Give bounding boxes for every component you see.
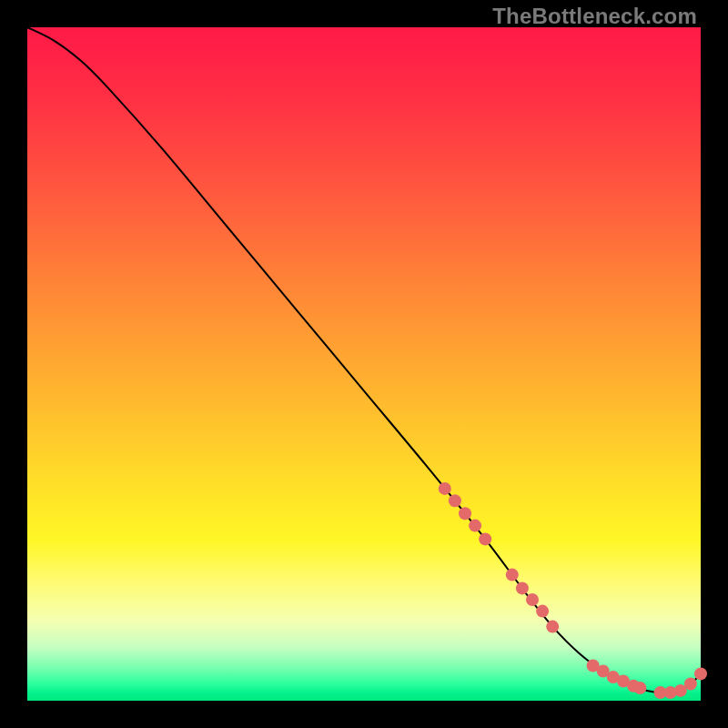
data-dot xyxy=(469,520,481,532)
watermark-text: TheBottleneck.com xyxy=(492,4,697,29)
data-dot xyxy=(546,621,559,633)
data-dot xyxy=(694,667,707,680)
data-dot xyxy=(459,507,471,520)
data-dot xyxy=(449,494,461,507)
chart-svg xyxy=(27,27,701,701)
data-dot xyxy=(684,678,697,691)
data-dot xyxy=(506,569,519,581)
bottleneck-curve xyxy=(27,27,701,693)
data-dot xyxy=(516,581,529,594)
chart-frame xyxy=(27,27,701,701)
data-dot xyxy=(439,482,451,495)
data-dot xyxy=(536,605,549,618)
highlight-dots xyxy=(439,482,707,699)
data-dot xyxy=(633,682,646,694)
data-dot xyxy=(479,532,491,545)
data-dot xyxy=(526,593,539,606)
